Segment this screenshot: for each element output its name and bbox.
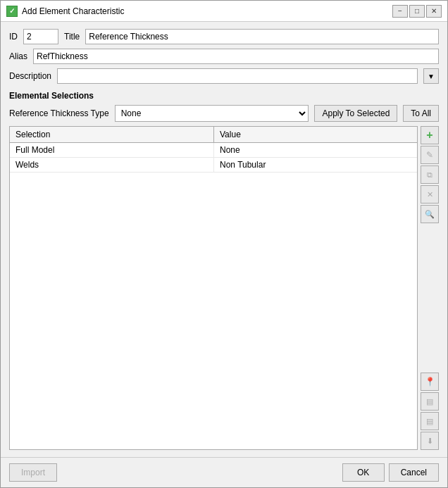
id-label: ID bbox=[9, 32, 18, 42]
row-value-0: None bbox=[214, 143, 417, 157]
info-button[interactable]: 🔍 bbox=[421, 205, 439, 223]
alias-label: Alias bbox=[9, 51, 27, 61]
close-button[interactable]: ✕ bbox=[426, 5, 442, 18]
row-selection-0: Full Model bbox=[10, 143, 214, 157]
table-header: Selection Value bbox=[10, 127, 417, 143]
description-field[interactable] bbox=[57, 68, 418, 84]
apply-to-all-button[interactable]: To All bbox=[403, 105, 439, 122]
window-icon bbox=[6, 6, 18, 17]
alias-row: Alias bbox=[9, 49, 439, 64]
row-value-1: Non Tubular bbox=[214, 158, 417, 172]
edit-button[interactable]: ✎ bbox=[421, 146, 439, 164]
maximize-button[interactable]: □ bbox=[409, 5, 425, 18]
extra-button-1[interactable]: 📍 bbox=[421, 373, 439, 391]
map-icon: 📍 bbox=[425, 377, 435, 387]
extra-button-4[interactable]: ⬇ bbox=[421, 432, 439, 450]
table-body: Full Model None Welds Non Tubular bbox=[10, 143, 417, 449]
minimize-button[interactable]: − bbox=[392, 5, 408, 18]
content-area: ID Title Alias Description ▼ Elemental S… bbox=[1, 22, 447, 457]
window-title: Add Element Characteristic bbox=[22, 6, 388, 16]
table-row[interactable]: Full Model None bbox=[10, 143, 417, 158]
table-area: Selection Value Full Model None Welds No… bbox=[9, 126, 439, 450]
extra-button-2[interactable]: ▤ bbox=[421, 392, 439, 411]
ok-button[interactable]: OK bbox=[342, 463, 385, 482]
footer-left: Import bbox=[9, 463, 338, 482]
table-row[interactable]: Welds Non Tubular bbox=[10, 158, 417, 173]
footer: Import OK Cancel bbox=[1, 457, 447, 487]
title-label: Title bbox=[64, 32, 80, 42]
elemental-section-label: Elemental Selections bbox=[9, 91, 439, 101]
type-label: Reference Thickness Type bbox=[9, 108, 109, 118]
side-buttons: + ✎ ⧉ ✕ 🔍 📍 ▤ ▤ ⬇ bbox=[418, 126, 439, 450]
id-title-row: ID Title bbox=[9, 29, 439, 44]
import-button[interactable]: Import bbox=[9, 463, 57, 482]
copy-button[interactable]: ⧉ bbox=[421, 165, 439, 184]
main-window: Add Element Characteristic − □ ✕ ID Titl… bbox=[0, 0, 448, 488]
type-select[interactable]: None Uniform Non-Uniform bbox=[115, 105, 309, 122]
description-dropdown-button[interactable]: ▼ bbox=[423, 68, 439, 84]
title-field[interactable] bbox=[85, 29, 439, 44]
col-header-selection: Selection bbox=[10, 127, 214, 142]
row-selection-1: Welds bbox=[10, 158, 214, 172]
controls-row: Reference Thickness Type None Uniform No… bbox=[9, 105, 439, 122]
cancel-button[interactable]: Cancel bbox=[389, 463, 439, 482]
col-header-value: Value bbox=[214, 127, 417, 142]
side-spacer bbox=[421, 299, 439, 371]
title-bar: Add Element Characteristic − □ ✕ bbox=[1, 1, 447, 22]
apply-to-selected-button[interactable]: Apply To Selected bbox=[314, 105, 397, 122]
title-bar-controls: − □ ✕ bbox=[392, 5, 442, 18]
description-label: Description bbox=[9, 71, 51, 81]
description-row: Description ▼ bbox=[9, 68, 439, 84]
extra-button-3[interactable]: ▤ bbox=[421, 412, 439, 430]
table-container: Selection Value Full Model None Welds No… bbox=[9, 126, 418, 450]
delete-button[interactable]: ✕ bbox=[421, 185, 439, 204]
id-field[interactable] bbox=[23, 29, 58, 44]
add-button[interactable]: + bbox=[421, 126, 439, 144]
alias-field[interactable] bbox=[33, 49, 439, 64]
